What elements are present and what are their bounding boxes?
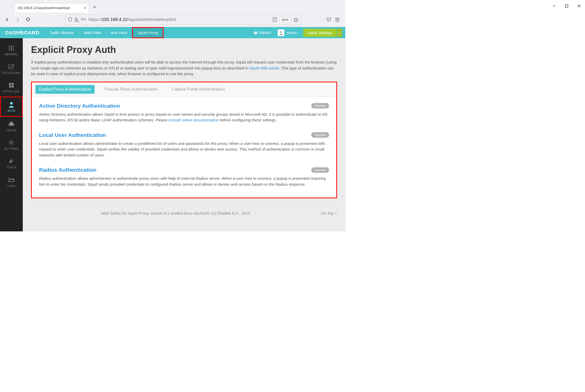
- star-icon[interactable]: [293, 17, 299, 22]
- zoom-badge[interactable]: 80%: [279, 17, 291, 22]
- check-icon: [8, 63, 14, 70]
- chevron-up-icon: [335, 213, 337, 215]
- sidebar-item-label: EXCLUSIONS: [2, 71, 21, 74]
- sidebar-item-cache[interactable]: CACHE: [0, 117, 23, 135]
- svg-point-5: [81, 18, 83, 20]
- user-icon: [9, 101, 14, 108]
- tab-strip: 192.168.4.12/squid/auth/mode/expl × +: [0, 0, 345, 12]
- sidebar-item-label: SETTINGS: [4, 147, 18, 150]
- sidebar-item-https-ssl[interactable]: HTTPS / SSL: [0, 78, 23, 97]
- svg-text:i: i: [255, 32, 256, 35]
- close-icon[interactable]: ×: [84, 6, 86, 10]
- tab-squid-proxy[interactable]: Squid Proxy: [132, 27, 164, 38]
- svg-point-25: [10, 142, 12, 144]
- lock-warning-icon[interactable]: [74, 17, 79, 22]
- status-badge: Inactive: [311, 167, 329, 173]
- status-badge: Inactive: [311, 132, 329, 138]
- sidebar: GENERAL EXCLUSIONS HTTPS / SSL AUTH CACH…: [0, 38, 23, 231]
- on-top-link[interactable]: On Top: [321, 211, 337, 215]
- user-name: admin: [286, 30, 297, 35]
- auth-item-active-directory: Active Directory Authentication Inactive…: [39, 103, 329, 123]
- sidebar-item-general[interactable]: GENERAL: [0, 41, 23, 59]
- browser-chrome: 192.168.4.12/squid/auth/mode/expl × + ht…: [0, 0, 345, 27]
- apply-settings-group: Apply Settings ▾: [303, 29, 342, 37]
- reload-button[interactable]: [24, 15, 32, 24]
- new-tab-button[interactable]: +: [93, 4, 96, 12]
- auth-description: Radius authentication allows administrat…: [39, 176, 329, 187]
- cloud-icon: [8, 120, 15, 127]
- shield-icon[interactable]: [68, 17, 72, 22]
- info-icon: i: [254, 31, 257, 35]
- user-menu[interactable]: admin: [275, 27, 300, 38]
- svg-rect-21: [12, 83, 14, 85]
- app-tabs: Traffic Monitor Web Filter Anti Virus Sq…: [45, 27, 164, 38]
- avatar-icon: [278, 29, 284, 36]
- pocket-icon[interactable]: [326, 17, 331, 22]
- svg-rect-19: [9, 64, 13, 69]
- svg-line-30: [10, 141, 10, 141]
- sidebar-item-settings[interactable]: SETTINGS: [0, 135, 23, 154]
- apply-dropdown-button[interactable]: ▾: [337, 29, 342, 37]
- tab-captive-portal-auth[interactable]: Captive Portal Authentication: [168, 85, 229, 94]
- grid-icon: [9, 82, 14, 88]
- svg-line-31: [13, 144, 13, 144]
- tab-anti-virus[interactable]: Anti Virus: [106, 27, 132, 38]
- browser-tab[interactable]: 192.168.4.12/squid/auth/mode/expl ×: [14, 3, 89, 12]
- auth-description: Active Directory authentication allows S…: [39, 112, 329, 123]
- auth-title-link[interactable]: Local User Authentication: [39, 132, 106, 138]
- auth-item-local-user: Local User Authentication Inactive Local…: [39, 132, 329, 158]
- folder-icon: [8, 176, 14, 183]
- app-bar-right: i Support admin Apply Settings ▾: [254, 27, 345, 38]
- auth-item-radius: Radius Authentication Inactive Radius au…: [39, 167, 329, 187]
- sidebar-item-label: LOGS: [7, 184, 16, 187]
- footer: Web Safety for Squid Proxy, version 8.1-…: [31, 206, 337, 215]
- squid-wiki-link[interactable]: Squid Wiki article: [249, 66, 279, 70]
- svg-point-18: [280, 31, 282, 33]
- support-link[interactable]: i Support: [254, 30, 271, 35]
- app-body: GENERAL EXCLUSIONS HTTPS / SSL AUTH CACH…: [0, 38, 345, 231]
- footer-text: Web Safety for Squid Proxy, version 8.1-…: [101, 211, 251, 215]
- svg-line-33: [13, 141, 13, 141]
- app-bar: DASHBOARD Traffic Monitor Web Filter Ant…: [0, 27, 345, 38]
- url-bar[interactable]: https://192.168.4.12/squid/auth/mode/exp…: [65, 14, 301, 25]
- url-security-icons: [68, 17, 86, 22]
- svg-rect-23: [12, 85, 14, 88]
- wrench-icon: [9, 158, 14, 164]
- svg-rect-9: [273, 18, 277, 22]
- tab-pseudo-proxy-auth[interactable]: Pseudo Proxy Authentication: [101, 85, 162, 94]
- online-doc-link[interactable]: consult online documentation: [169, 118, 219, 122]
- book-icon: [8, 44, 14, 51]
- key-icon[interactable]: [81, 17, 86, 21]
- forward-button[interactable]: [13, 15, 22, 24]
- url-text: https://192.168.4.12/squid/auth/mode/exp…: [89, 17, 176, 22]
- sidebar-item-label: CACHE: [6, 129, 17, 132]
- tab-title: 192.168.4.12/squid/auth/mode/expl: [17, 6, 70, 10]
- sidebar-item-exclusions[interactable]: EXCLUSIONS: [0, 59, 23, 78]
- gear-icon: [9, 139, 14, 146]
- svg-rect-20: [9, 83, 11, 85]
- svg-line-32: [10, 144, 10, 144]
- sidebar-item-tools[interactable]: TOOLS: [0, 154, 23, 173]
- toolbar-right: [326, 17, 342, 22]
- auth-list: Active Directory Authentication Inactive…: [32, 97, 336, 198]
- sidebar-item-logs[interactable]: LOGS: [0, 173, 23, 191]
- status-badge: Inactive: [311, 103, 329, 108]
- auth-title-link[interactable]: Radius Authentication: [39, 167, 96, 173]
- apply-settings-button[interactable]: Apply Settings: [303, 29, 336, 37]
- sidebar-item-label: AUTH: [7, 109, 15, 112]
- reader-icon[interactable]: [273, 17, 277, 22]
- auth-panel: Explicit Proxy Authentication Pseudo Pro…: [31, 82, 337, 199]
- tab-explicit-proxy-auth[interactable]: Explicit Proxy Authentication: [35, 85, 95, 94]
- sidebar-item-auth[interactable]: AUTH: [0, 97, 23, 117]
- tab-web-filter[interactable]: Web Filter: [79, 27, 106, 38]
- sidebar-item-label: HTTPS / SSL: [3, 90, 20, 93]
- back-button[interactable]: [3, 15, 11, 24]
- svg-point-24: [10, 102, 13, 105]
- page-description: If explicit proxy authentication is enab…: [31, 59, 337, 77]
- auth-tabnav: Explicit Proxy Authentication Pseudo Pro…: [32, 82, 336, 97]
- menu-icon[interactable]: [335, 18, 340, 22]
- brand-logo[interactable]: DASHBOARD: [0, 27, 45, 38]
- page-title: Explicit Proxy Auth: [31, 44, 337, 55]
- tab-traffic-monitor[interactable]: Traffic Monitor: [45, 27, 79, 38]
- auth-title-link[interactable]: Active Directory Authentication: [39, 103, 120, 109]
